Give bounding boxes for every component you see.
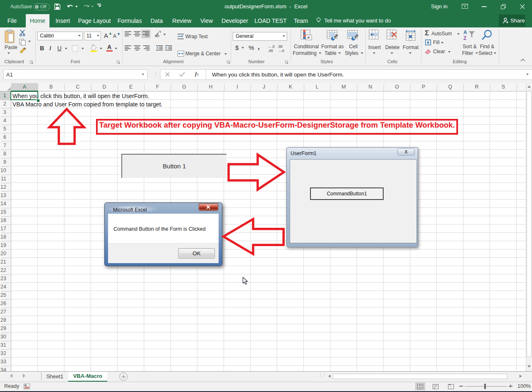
svg-text:Z: Z [463, 35, 466, 41]
svg-text:≠: ≠ [307, 35, 310, 40]
svg-text:A: A [463, 30, 467, 35]
svg-text:ab: ab [155, 34, 159, 37]
